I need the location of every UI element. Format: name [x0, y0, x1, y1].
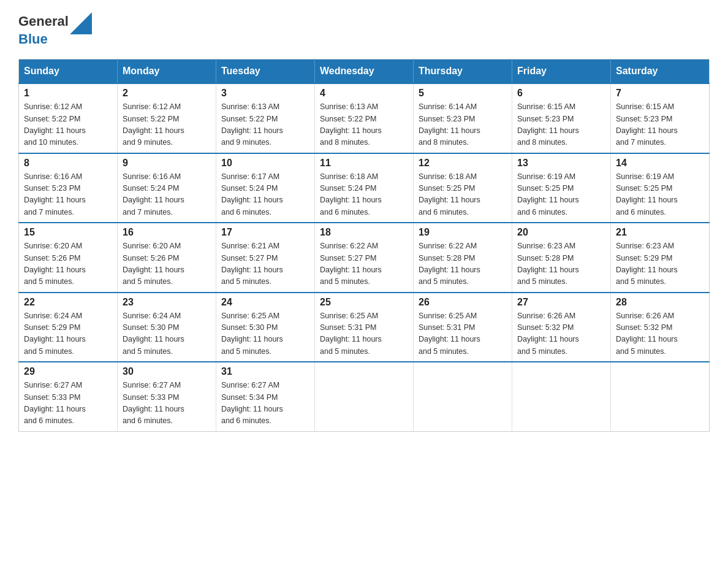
day-info: Sunrise: 6:25 AM Sunset: 5:30 PM Dayligh…: [221, 310, 309, 358]
day-info: Sunrise: 6:27 AM Sunset: 5:33 PM Dayligh…: [123, 380, 211, 427]
calendar-table: SundayMondayTuesdayWednesdayThursdayFrid…: [18, 59, 710, 432]
day-number: 28: [616, 297, 704, 308]
calendar-cell: 21 Sunrise: 6:23 AM Sunset: 5:29 PM Dayl…: [611, 223, 710, 293]
week-row-3: 15 Sunrise: 6:20 AM Sunset: 5:26 PM Dayl…: [19, 223, 710, 293]
day-info: Sunrise: 6:18 AM Sunset: 5:24 PM Dayligh…: [320, 171, 408, 219]
calendar-cell: 11 Sunrise: 6:18 AM Sunset: 5:24 PM Dayl…: [315, 153, 414, 223]
day-info: Sunrise: 6:24 AM Sunset: 5:29 PM Dayligh…: [24, 310, 112, 358]
calendar-cell: 15 Sunrise: 6:20 AM Sunset: 5:26 PM Dayl…: [19, 223, 118, 293]
column-header-tuesday: Tuesday: [216, 59, 315, 84]
day-number: 6: [517, 88, 605, 99]
day-number: 16: [123, 227, 211, 238]
calendar-cell: 9 Sunrise: 6:16 AM Sunset: 5:24 PM Dayli…: [118, 153, 216, 223]
column-header-monday: Monday: [118, 59, 216, 84]
day-info: Sunrise: 6:25 AM Sunset: 5:31 PM Dayligh…: [419, 310, 507, 358]
calendar-cell: 23 Sunrise: 6:24 AM Sunset: 5:30 PM Dayl…: [118, 293, 216, 362]
calendar-cell: 1 Sunrise: 6:12 AM Sunset: 5:22 PM Dayli…: [19, 83, 118, 153]
day-info: Sunrise: 6:26 AM Sunset: 5:32 PM Dayligh…: [616, 310, 704, 358]
day-info: Sunrise: 6:19 AM Sunset: 5:25 PM Dayligh…: [616, 171, 704, 219]
calendar-cell: [611, 362, 710, 431]
calendar-cell: 6 Sunrise: 6:15 AM Sunset: 5:23 PM Dayli…: [512, 83, 611, 153]
week-row-5: 29 Sunrise: 6:27 AM Sunset: 5:33 PM Dayl…: [19, 362, 710, 431]
calendar-cell: 2 Sunrise: 6:12 AM Sunset: 5:22 PM Dayli…: [118, 83, 216, 153]
calendar-cell: 20 Sunrise: 6:23 AM Sunset: 5:28 PM Dayl…: [512, 223, 611, 293]
day-info: Sunrise: 6:15 AM Sunset: 5:23 PM Dayligh…: [517, 101, 605, 149]
svg-marker-0: [70, 12, 92, 34]
calendar-cell: 13 Sunrise: 6:19 AM Sunset: 5:25 PM Dayl…: [512, 153, 611, 223]
day-number: 25: [320, 297, 408, 308]
calendar-cell: 27 Sunrise: 6:26 AM Sunset: 5:32 PM Dayl…: [512, 293, 611, 362]
calendar-cell: 8 Sunrise: 6:16 AM Sunset: 5:23 PM Dayli…: [19, 153, 118, 223]
day-info: Sunrise: 6:13 AM Sunset: 5:22 PM Dayligh…: [320, 101, 408, 149]
day-number: 22: [24, 297, 112, 308]
day-info: Sunrise: 6:27 AM Sunset: 5:34 PM Dayligh…: [221, 380, 309, 427]
day-number: 12: [419, 158, 507, 169]
calendar-cell: [315, 362, 414, 431]
day-info: Sunrise: 6:12 AM Sunset: 5:22 PM Dayligh…: [24, 101, 112, 149]
logo-text: GeneralBlue: [18, 12, 93, 47]
day-number: 30: [123, 366, 211, 377]
day-number: 8: [24, 158, 112, 169]
day-number: 13: [517, 158, 605, 169]
page-header: GeneralBlue: [18, 12, 710, 47]
day-number: 31: [221, 366, 309, 377]
calendar-cell: 29 Sunrise: 6:27 AM Sunset: 5:33 PM Dayl…: [19, 362, 118, 431]
calendar-cell: 17 Sunrise: 6:21 AM Sunset: 5:27 PM Dayl…: [216, 223, 315, 293]
calendar-cell: 25 Sunrise: 6:25 AM Sunset: 5:31 PM Dayl…: [315, 293, 414, 362]
day-info: Sunrise: 6:15 AM Sunset: 5:23 PM Dayligh…: [616, 101, 704, 149]
week-row-4: 22 Sunrise: 6:24 AM Sunset: 5:29 PM Dayl…: [19, 293, 710, 362]
day-info: Sunrise: 6:22 AM Sunset: 5:28 PM Dayligh…: [419, 240, 507, 288]
column-header-thursday: Thursday: [414, 59, 512, 84]
day-number: 9: [123, 158, 211, 169]
day-number: 11: [320, 158, 408, 169]
day-info: Sunrise: 6:23 AM Sunset: 5:29 PM Dayligh…: [616, 240, 704, 288]
day-number: 23: [123, 297, 211, 308]
calendar-cell: [512, 362, 611, 431]
calendar-cell: 30 Sunrise: 6:27 AM Sunset: 5:33 PM Dayl…: [118, 362, 216, 431]
day-number: 10: [221, 158, 309, 169]
day-number: 20: [517, 227, 605, 238]
day-number: 7: [616, 88, 704, 99]
day-number: 18: [320, 227, 408, 238]
day-number: 27: [517, 297, 605, 308]
day-info: Sunrise: 6:26 AM Sunset: 5:32 PM Dayligh…: [517, 310, 605, 358]
day-info: Sunrise: 6:20 AM Sunset: 5:26 PM Dayligh…: [24, 240, 112, 288]
calendar-cell: 7 Sunrise: 6:15 AM Sunset: 5:23 PM Dayli…: [611, 83, 710, 153]
day-info: Sunrise: 6:27 AM Sunset: 5:33 PM Dayligh…: [24, 380, 112, 427]
day-number: 1: [24, 88, 112, 99]
calendar-cell: [414, 362, 512, 431]
day-info: Sunrise: 6:22 AM Sunset: 5:27 PM Dayligh…: [320, 240, 408, 288]
day-number: 2: [123, 88, 211, 99]
logo-blue-text: Blue: [18, 31, 48, 47]
day-info: Sunrise: 6:21 AM Sunset: 5:27 PM Dayligh…: [221, 240, 309, 288]
calendar-cell: 22 Sunrise: 6:24 AM Sunset: 5:29 PM Dayl…: [19, 293, 118, 362]
calendar-cell: 26 Sunrise: 6:25 AM Sunset: 5:31 PM Dayl…: [414, 293, 512, 362]
day-info: Sunrise: 6:16 AM Sunset: 5:24 PM Dayligh…: [123, 171, 211, 219]
day-info: Sunrise: 6:12 AM Sunset: 5:22 PM Dayligh…: [123, 101, 211, 149]
logo[interactable]: GeneralBlue: [18, 12, 93, 47]
day-info: Sunrise: 6:24 AM Sunset: 5:30 PM Dayligh…: [123, 310, 211, 358]
day-info: Sunrise: 6:19 AM Sunset: 5:25 PM Dayligh…: [517, 171, 605, 219]
week-row-1: 1 Sunrise: 6:12 AM Sunset: 5:22 PM Dayli…: [19, 83, 710, 153]
day-info: Sunrise: 6:13 AM Sunset: 5:22 PM Dayligh…: [221, 101, 309, 149]
day-info: Sunrise: 6:23 AM Sunset: 5:28 PM Dayligh…: [517, 240, 605, 288]
calendar-cell: 31 Sunrise: 6:27 AM Sunset: 5:34 PM Dayl…: [216, 362, 315, 431]
day-info: Sunrise: 6:14 AM Sunset: 5:23 PM Dayligh…: [419, 101, 507, 149]
calendar-cell: 12 Sunrise: 6:18 AM Sunset: 5:25 PM Dayl…: [414, 153, 512, 223]
column-header-sunday: Sunday: [19, 59, 118, 84]
calendar-cell: 24 Sunrise: 6:25 AM Sunset: 5:30 PM Dayl…: [216, 293, 315, 362]
calendar-cell: 14 Sunrise: 6:19 AM Sunset: 5:25 PM Dayl…: [611, 153, 710, 223]
day-info: Sunrise: 6:25 AM Sunset: 5:31 PM Dayligh…: [320, 310, 408, 358]
day-number: 29: [24, 366, 112, 377]
day-number: 21: [616, 227, 704, 238]
calendar-cell: 16 Sunrise: 6:20 AM Sunset: 5:26 PM Dayl…: [118, 223, 216, 293]
day-number: 24: [221, 297, 309, 308]
day-info: Sunrise: 6:20 AM Sunset: 5:26 PM Dayligh…: [123, 240, 211, 288]
day-info: Sunrise: 6:17 AM Sunset: 5:24 PM Dayligh…: [221, 171, 309, 219]
calendar-header-row: SundayMondayTuesdayWednesdayThursdayFrid…: [19, 59, 710, 84]
day-number: 14: [616, 158, 704, 169]
calendar-cell: 3 Sunrise: 6:13 AM Sunset: 5:22 PM Dayli…: [216, 83, 315, 153]
day-number: 19: [419, 227, 507, 238]
week-row-2: 8 Sunrise: 6:16 AM Sunset: 5:23 PM Dayli…: [19, 153, 710, 223]
day-number: 15: [24, 227, 112, 238]
